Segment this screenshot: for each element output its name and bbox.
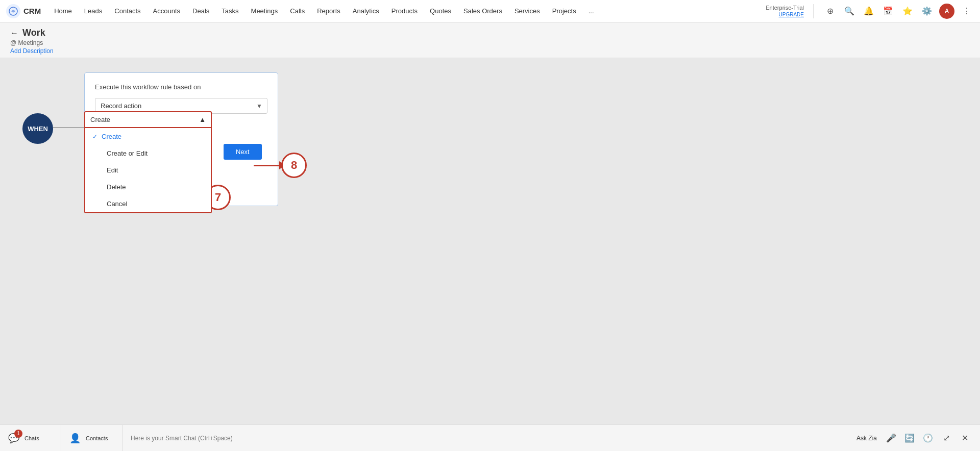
- nav-analytics[interactable]: Analytics: [348, 5, 384, 17]
- dropdown-item-create-label: Create: [102, 133, 121, 140]
- chat-right-icons: Ask Zia 🎤 🔄 🕐 ⤢ ✕: [848, 431, 980, 445]
- enterprise-label: Enterprise-Trial: [766, 4, 804, 11]
- nav-contacts[interactable]: Contacts: [109, 5, 145, 17]
- contacts-section[interactable]: 👤 Contacts: [61, 425, 122, 451]
- calendar-icon-btn[interactable]: 📅: [881, 4, 895, 18]
- dropdown-item-edit-label: Edit: [107, 166, 118, 174]
- annotation-circle-8: 8: [281, 153, 307, 178]
- add-icon-btn[interactable]: ⊕: [823, 4, 837, 18]
- nav-deals[interactable]: Deals: [187, 5, 214, 17]
- user-avatar[interactable]: A: [939, 4, 954, 19]
- dropdown-item-delete-label: Delete: [107, 183, 126, 191]
- dropdown-list: ✓ Create Create or Edit Edit Delete Canc…: [84, 127, 212, 213]
- annotation-8-group: 8: [254, 153, 307, 178]
- expand-icon-btn[interactable]: ⋮: [960, 4, 974, 18]
- main-content: WHEN Execute this workflow rule based on…: [0, 58, 980, 429]
- sub-header: ← Work @ Meetings Add Description: [0, 22, 980, 58]
- dropdown-trigger[interactable]: Create ▲: [84, 111, 212, 127]
- upgrade-label[interactable]: UPGRADE: [766, 11, 804, 18]
- action-dropdown[interactable]: Create ▲ ✓ Create Create or Edit Edit De…: [84, 111, 212, 213]
- close-chat-icon[interactable]: ✕: [958, 431, 972, 445]
- nav-products[interactable]: Products: [386, 5, 423, 17]
- bookmark-icon-btn[interactable]: ⭐: [900, 4, 915, 18]
- contacts-label: Contacts: [86, 435, 108, 441]
- chat-icon-wrapper: 💬 1: [8, 433, 19, 444]
- dropdown-item-delete[interactable]: Delete: [85, 179, 211, 195]
- annotation-7-label: 7: [215, 191, 221, 204]
- nav-quotes[interactable]: Quotes: [425, 5, 456, 17]
- check-icon: ✓: [92, 133, 97, 140]
- nav-sales-orders[interactable]: Sales Orders: [458, 5, 507, 17]
- dropdown-item-create-or-edit-label: Create or Edit: [107, 149, 148, 157]
- arrow-8-line: [254, 165, 279, 166]
- dropdown-item-cancel-label: Cancel: [107, 200, 127, 208]
- sub-module-label: @ Meetings: [10, 39, 970, 46]
- dropdown-item-edit[interactable]: Edit: [85, 162, 211, 179]
- smart-chat-input[interactable]: [122, 435, 848, 442]
- chats-section[interactable]: 💬 1 Chats: [0, 425, 61, 451]
- notifications-icon-btn[interactable]: 🔔: [862, 4, 876, 18]
- add-description-link[interactable]: Add Description: [10, 47, 970, 55]
- clock-icon[interactable]: 🕐: [921, 431, 935, 445]
- app-logo[interactable]: CRM: [6, 4, 41, 18]
- microphone-icon[interactable]: 🎤: [884, 431, 898, 445]
- crm-logo-icon: [6, 4, 20, 18]
- workflow-card-title: Execute this workflow rule based on: [95, 83, 267, 91]
- ask-zia-label: Ask Zia: [856, 435, 877, 442]
- nav-divider: [813, 4, 814, 18]
- chat-bar: 💬 1 Chats 👤 Contacts Ask Zia 🎤 🔄 🕐 ⤢ ✕: [0, 424, 980, 451]
- dropdown-item-cancel[interactable]: Cancel: [85, 195, 211, 212]
- app-name: CRM: [23, 7, 41, 15]
- nav-tasks[interactable]: Tasks: [216, 5, 243, 17]
- annotation-8-label: 8: [291, 159, 297, 172]
- settings-icon-btn[interactable]: ⚙️: [920, 4, 934, 18]
- top-navigation: CRM Home Leads Contacts Accounts Deals T…: [0, 0, 980, 22]
- nav-more[interactable]: ...: [583, 5, 599, 17]
- enterprise-badge: Enterprise-Trial UPGRADE: [766, 4, 804, 18]
- nav-items: Home Leads Contacts Accounts Deals Tasks…: [49, 5, 766, 17]
- dropdown-arrow-icon: ▲: [199, 116, 206, 123]
- refresh-icon[interactable]: 🔄: [902, 431, 917, 445]
- dropdown-selected-value: Create: [90, 116, 110, 123]
- nav-right-section: Enterprise-Trial UPGRADE ⊕ 🔍 🔔 📅 ⭐ ⚙️ A …: [766, 4, 974, 19]
- when-bubble: WHEN: [22, 113, 53, 144]
- arrow-8: [254, 161, 285, 169]
- page-title: Work: [22, 28, 45, 38]
- expand-chat-icon[interactable]: ⤢: [939, 431, 953, 445]
- nav-services[interactable]: Services: [509, 5, 545, 17]
- dropdown-item-create[interactable]: ✓ Create: [85, 128, 211, 145]
- search-icon-btn[interactable]: 🔍: [842, 4, 856, 18]
- chat-badge: 1: [14, 430, 22, 438]
- connector-line: [53, 127, 88, 128]
- dropdown-item-create-or-edit[interactable]: Create or Edit: [85, 145, 211, 162]
- contacts-icon: 👤: [69, 433, 81, 444]
- nav-calls[interactable]: Calls: [285, 5, 310, 17]
- nav-leads[interactable]: Leads: [79, 5, 107, 17]
- chats-label: Chats: [24, 435, 39, 441]
- nav-projects[interactable]: Projects: [547, 5, 581, 17]
- when-label: WHEN: [28, 125, 48, 133]
- nav-accounts[interactable]: Accounts: [148, 5, 185, 17]
- back-arrow-icon: ←: [10, 29, 18, 38]
- nav-reports[interactable]: Reports: [312, 5, 346, 17]
- nav-home[interactable]: Home: [49, 5, 77, 17]
- nav-meetings[interactable]: Meetings: [246, 5, 283, 17]
- back-button[interactable]: ← Work: [10, 28, 970, 38]
